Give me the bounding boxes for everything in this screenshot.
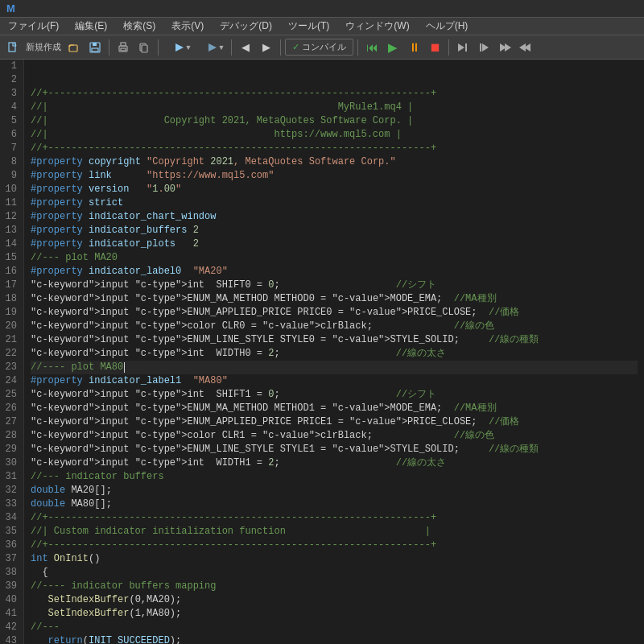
line-number-26: 26 [3, 402, 17, 415]
pause-button[interactable]: ⏸ [404, 38, 423, 57]
line-numbers: 1234567891011121314151617181920212223242… [0, 60, 24, 644]
code-line-3: //| Copyright 2021, MetaQuotes Software … [31, 114, 638, 128]
code-line-38: //---- indicator buffers mapping [31, 580, 638, 593]
menu-debug[interactable]: デバッグ(D) [212, 18, 280, 35]
sep3 [231, 39, 232, 56]
editor-area[interactable]: 1234567891011121314151617181920212223242… [0, 60, 644, 644]
line-number-34: 34 [3, 511, 17, 525]
svg-rect-8 [121, 48, 126, 51]
line-number-36: 36 [3, 539, 17, 552]
open-button[interactable] [64, 38, 84, 57]
line-number-5: 5 [3, 114, 17, 128]
svg-rect-4 [93, 43, 97, 46]
forward-button[interactable]: ▶ [257, 38, 276, 57]
menu-search[interactable]: 検索(S) [115, 18, 163, 35]
code-line-17: "c-keyword">input "c-type">ENUM_APPLIED_… [31, 306, 638, 320]
line-number-14: 14 [3, 237, 17, 251]
code-line-10: #property indicator_chart_window [31, 210, 638, 224]
code-line-13: //--- plot MA20 [31, 251, 638, 265]
menu-edit[interactable]: 編集(E) [67, 18, 115, 35]
line-number-27: 27 [3, 415, 17, 429]
step-in-button[interactable] [453, 38, 473, 57]
line-number-12: 12 [3, 210, 17, 224]
code-line-42: //--- [31, 621, 638, 634]
code-line-23: #property indicator_label1 "MA80" [31, 374, 638, 388]
line-number-22: 22 [3, 347, 17, 361]
line-number-19: 19 [3, 306, 17, 320]
code-line-19: "c-keyword">input "c-type">ENUM_LINE_STY… [31, 333, 638, 347]
code-line-26: "c-keyword">input "c-type">ENUM_APPLIED_… [31, 415, 638, 429]
code-line-28: "c-keyword">input "c-type">ENUM_LINE_STY… [31, 443, 638, 456]
snippet-button[interactable]: ▼ [163, 38, 203, 57]
svg-rect-0 [9, 43, 15, 52]
line-number-10: 10 [3, 183, 17, 196]
line-number-28: 28 [3, 429, 17, 443]
menu-file[interactable]: ファイル(F) [0, 18, 67, 35]
code-line-40: SetIndexBuffer(1,MA80); [31, 607, 638, 621]
sep1 [109, 39, 109, 56]
back-button[interactable]: ◀ [236, 38, 255, 57]
cut-button[interactable] [134, 38, 154, 57]
svg-marker-12 [208, 43, 217, 52]
step-over-button[interactable] [495, 38, 514, 57]
compile-label: コンパイル [302, 41, 346, 53]
svg-marker-20 [519, 43, 526, 52]
menu-help[interactable]: ヘルプ(H) [418, 18, 477, 35]
line-number-21: 21 [3, 333, 17, 347]
code-line-36: int OnInit() [31, 552, 638, 566]
code-line-1: //+-------------------------------------… [31, 87, 638, 101]
code-line-25: "c-keyword">input "c-type">ENUM_MA_METHO… [31, 402, 638, 415]
line-number-40: 40 [3, 593, 17, 607]
play-button[interactable]: ▶ [383, 38, 402, 57]
line-number-32: 32 [3, 484, 17, 497]
new-file-button[interactable] [3, 38, 23, 57]
code-line-11: #property indicator_buffers 2 [31, 224, 638, 237]
compile-button[interactable]: ✓ コンパイル [285, 39, 353, 56]
line-number-2: 2 [3, 73, 17, 87]
code-line-24: "c-keyword">input "c-type">int SHIFT1 = … [31, 388, 638, 402]
code-line-35: //+-------------------------------------… [31, 539, 638, 552]
line-number-23: 23 [3, 361, 17, 374]
save-button[interactable] [85, 38, 105, 57]
menu-window[interactable]: ウィンドウ(W) [337, 18, 417, 35]
line-number-3: 3 [3, 87, 17, 101]
code-area[interactable]: //+-------------------------------------… [24, 60, 644, 644]
code-line-31: double MA20[]; [31, 484, 638, 497]
line-number-41: 41 [3, 607, 17, 621]
run-button[interactable]: ⏮ [362, 38, 382, 57]
line-number-38: 38 [3, 566, 17, 580]
print-button[interactable] [114, 38, 133, 57]
snippet2-button[interactable]: ▼ [204, 38, 227, 57]
code-line-14: #property indicator_label0 "MA20" [31, 265, 638, 279]
line-number-33: 33 [3, 497, 17, 511]
step-out-button[interactable] [474, 38, 493, 57]
line-number-29: 29 [3, 443, 17, 456]
line-number-20: 20 [3, 320, 17, 333]
line-number-39: 39 [3, 580, 17, 593]
line-number-9: 9 [3, 169, 17, 183]
svg-rect-7 [121, 43, 126, 46]
compile-icon: ✓ [292, 42, 299, 52]
line-number-25: 25 [3, 388, 17, 402]
code-line-9: #property strict [31, 196, 638, 210]
code-line-6: #property copyright "Copyright 2021, Met… [31, 155, 638, 169]
line-number-4: 4 [3, 101, 17, 114]
menu-view[interactable]: 表示(V) [163, 18, 212, 35]
code-line-29: "c-keyword">input "c-type">int WIDTH1 = … [31, 456, 638, 470]
svg-marker-18 [505, 43, 511, 52]
line-number-30: 30 [3, 456, 17, 470]
code-line-22: //---- plot MA80 [31, 361, 638, 374]
stop-button[interactable]: ⏹ [425, 38, 444, 57]
code-line-33: //+-------------------------------------… [31, 511, 638, 525]
sep5 [357, 39, 358, 56]
code-line-2: //| MyRule1.mq4 | [31, 101, 638, 114]
code-line-32: double MA80[]; [31, 497, 638, 511]
line-number-15: 15 [3, 251, 17, 265]
menu-tools[interactable]: ツール(T) [280, 18, 337, 35]
step-back-button[interactable] [516, 38, 535, 57]
code-line-43: return(INIT_SUCCEEDED); [31, 634, 638, 644]
title-bar: M [0, 0, 644, 18]
line-number-43: 43 [3, 634, 17, 644]
line-number-17: 17 [3, 279, 17, 292]
svg-rect-5 [92, 48, 98, 52]
